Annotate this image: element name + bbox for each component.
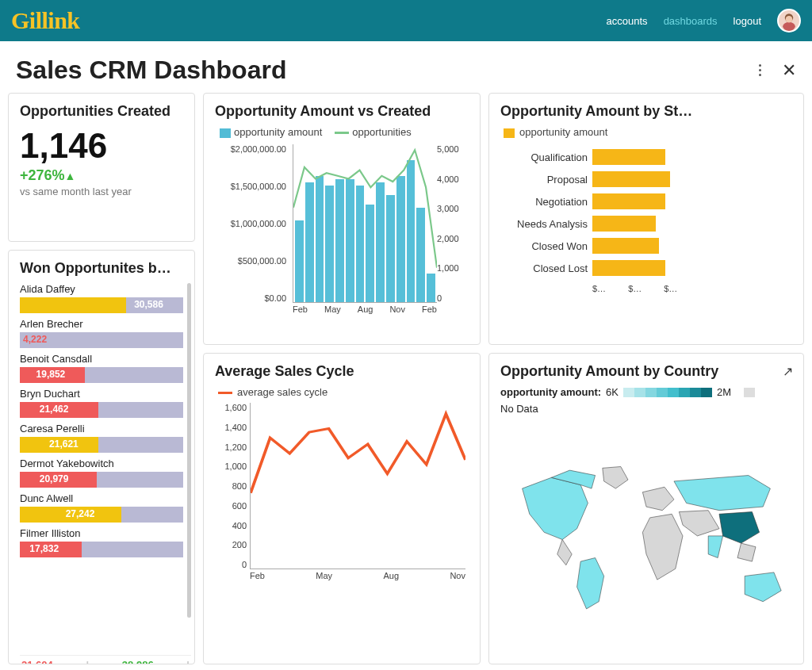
- list-item[interactable]: Dunc Alwell 27,242: [20, 492, 183, 523]
- brand-logo[interactable]: Gillink: [11, 7, 80, 34]
- combo-legend: opportunity amount opportunities: [220, 126, 469, 138]
- close-icon[interactable]: ✕: [782, 60, 796, 81]
- expand-icon[interactable]: ↗: [783, 364, 793, 379]
- card-average-sales-cycle[interactable]: Average Sales Cycle average sales cycle …: [203, 353, 481, 664]
- stage-x-axis: $…$…$…: [500, 284, 792, 293]
- title-bar: Sales CRM Dashboard ✕: [0, 41, 812, 93]
- cycle-chart: 1,6001,4001,2001,0008006004002000 FebMay…: [215, 403, 469, 585]
- card-opportunity-amount-by-country[interactable]: ↗ Opportunity Amount by Country opportun…: [488, 353, 804, 664]
- kpi-caption: vs same month last year: [20, 186, 183, 197]
- combo-title: Opportunity Amount vs Created: [215, 103, 469, 120]
- svg-point-2: [786, 16, 793, 23]
- stage-title: Opportunity Amount by St…: [500, 103, 792, 120]
- won-footer: 21,604 | 38,986 |: [20, 655, 191, 664]
- won-list[interactable]: Alida Daffey 30,586 Arlen Brecher 4,222 …: [20, 283, 191, 655]
- kpi-delta: +276%▲: [20, 167, 183, 184]
- list-item[interactable]: Arlen Brecher 4,222: [20, 318, 183, 348]
- won-title: Won Opportunites b…: [20, 260, 191, 277]
- top-nav: accounts dashboards logout: [607, 9, 801, 33]
- card-won-opportunities[interactable]: Won Opportunites b… Alida Daffey 30,586 …: [8, 250, 195, 664]
- combo-chart: $2,000,000.00$1,500,000.00$1,000,000.00$…: [221, 144, 469, 319]
- cycle-legend: average sales cycle: [218, 386, 469, 398]
- app-header: Gillink accounts dashboards logout: [0, 0, 812, 41]
- more-menu-icon[interactable]: [756, 61, 764, 79]
- stage-rows: QualificationProposalNegotiationNeeds An…: [500, 146, 792, 279]
- list-item[interactable]: Dermot Yakebowitch 20,979: [20, 458, 183, 488]
- cycle-title: Average Sales Cycle: [215, 363, 469, 380]
- list-item[interactable]: Bryn Duchart 21,462: [20, 388, 183, 418]
- kpi-title: Opportunities Created: [20, 103, 183, 120]
- list-item[interactable]: Benoit Cansdall 19,852: [20, 353, 183, 383]
- nav-accounts[interactable]: accounts: [607, 15, 648, 27]
- map-legend: opportunity amount: 6K 2M No Data: [500, 386, 792, 415]
- stage-legend: opportunity amount: [504, 126, 792, 138]
- list-item[interactable]: Filmer Illiston 17,832: [20, 527, 183, 557]
- nav-logout[interactable]: logout: [733, 15, 761, 27]
- page-title: Sales CRM Dashboard: [16, 56, 286, 85]
- list-item[interactable]: Alida Daffey 30,586: [20, 283, 183, 313]
- list-item[interactable]: Caresa Perelli 21,621: [20, 423, 183, 453]
- world-map[interactable]: [500, 418, 792, 661]
- svg-rect-1: [783, 22, 795, 31]
- card-opportunity-amount-vs-created[interactable]: Opportunity Amount vs Created opportunit…: [203, 93, 481, 345]
- kpi-value: 1,146: [20, 126, 183, 166]
- card-opportunity-amount-by-stage[interactable]: Opportunity Amount by St… opportunity am…: [488, 93, 804, 345]
- avatar[interactable]: [777, 9, 801, 33]
- map-title: Opportunity Amount by Country: [500, 363, 792, 380]
- card-opportunities-created[interactable]: Opportunities Created 1,146 +276%▲ vs sa…: [8, 93, 195, 242]
- nav-dashboards[interactable]: dashboards: [664, 15, 718, 27]
